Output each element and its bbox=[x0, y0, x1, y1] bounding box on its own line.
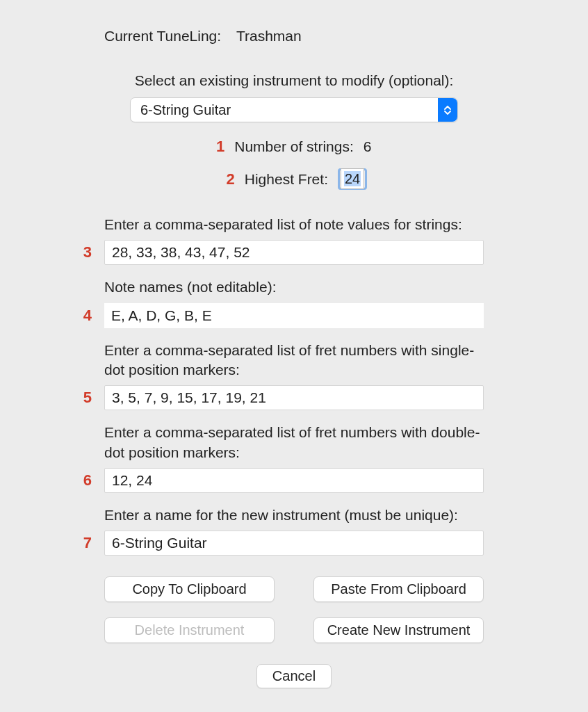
number-of-strings-label: Number of strings: bbox=[234, 138, 354, 155]
note-values-label: Enter a comma-separated list of note val… bbox=[104, 215, 484, 234]
instrument-name-input[interactable]: 6-String Guitar bbox=[104, 531, 484, 556]
single-dot-label: Enter a comma-separated list of fret num… bbox=[104, 341, 484, 380]
number-of-strings-value: 6 bbox=[364, 138, 377, 155]
marker-7: 7 bbox=[78, 534, 92, 552]
double-dot-value: 12, 24 bbox=[112, 472, 152, 489]
paste-from-clipboard-button[interactable]: Paste From Clipboard bbox=[313, 576, 484, 602]
marker-3: 3 bbox=[78, 243, 92, 261]
current-tuneling-label: Current TuneLing: bbox=[104, 28, 221, 44]
double-dot-input[interactable]: 12, 24 bbox=[104, 468, 484, 493]
select-arrows-icon bbox=[438, 98, 457, 122]
instrument-name-value: 6-String Guitar bbox=[112, 535, 207, 551]
note-values-input[interactable]: 28, 33, 38, 43, 47, 52 bbox=[104, 240, 484, 265]
note-names-display: E, A, D, G, B, E bbox=[104, 303, 484, 328]
instrument-name-label: Enter a name for the new instrument (mus… bbox=[104, 505, 484, 525]
header: Current TuneLing: Trashman bbox=[104, 28, 588, 44]
copy-to-clipboard-button[interactable]: Copy To Clipboard bbox=[104, 576, 275, 602]
highest-fret-row: 2 Highest Fret: 24 bbox=[0, 168, 588, 190]
highest-fret-input[interactable]: 24 bbox=[338, 168, 367, 190]
marker-1: 1 bbox=[211, 138, 224, 156]
marker-5: 5 bbox=[78, 389, 92, 407]
current-tuneling-value: Trashman bbox=[236, 28, 302, 44]
number-of-strings-row: 1 Number of strings: 6 bbox=[0, 138, 588, 156]
single-dot-value: 3, 5, 7, 9, 15, 17, 19, 21 bbox=[112, 389, 266, 406]
single-dot-input[interactable]: 3, 5, 7, 9, 15, 17, 19, 21 bbox=[104, 385, 484, 410]
create-new-instrument-button[interactable]: Create New Instrument bbox=[313, 617, 484, 643]
marker-2: 2 bbox=[221, 170, 235, 188]
instrument-select[interactable]: 6-String Guitar bbox=[130, 97, 458, 122]
delete-instrument-button: Delete Instrument bbox=[104, 617, 275, 643]
double-dot-label: Enter a comma-separated list of fret num… bbox=[104, 423, 484, 462]
note-values-value: 28, 33, 38, 43, 47, 52 bbox=[112, 244, 250, 261]
instrument-select-value: 6-String Guitar bbox=[131, 102, 438, 118]
highest-fret-label: Highest Fret: bbox=[245, 171, 328, 188]
select-instrument-label: Select an existing instrument to modify … bbox=[0, 72, 588, 89]
cancel-button[interactable]: Cancel bbox=[256, 664, 332, 688]
marker-4: 4 bbox=[78, 307, 92, 325]
highest-fret-value: 24 bbox=[344, 171, 361, 186]
note-names-value: E, A, D, G, B, E bbox=[111, 307, 212, 324]
marker-6: 6 bbox=[78, 471, 92, 490]
note-names-label: Note names (not editable): bbox=[104, 277, 484, 297]
